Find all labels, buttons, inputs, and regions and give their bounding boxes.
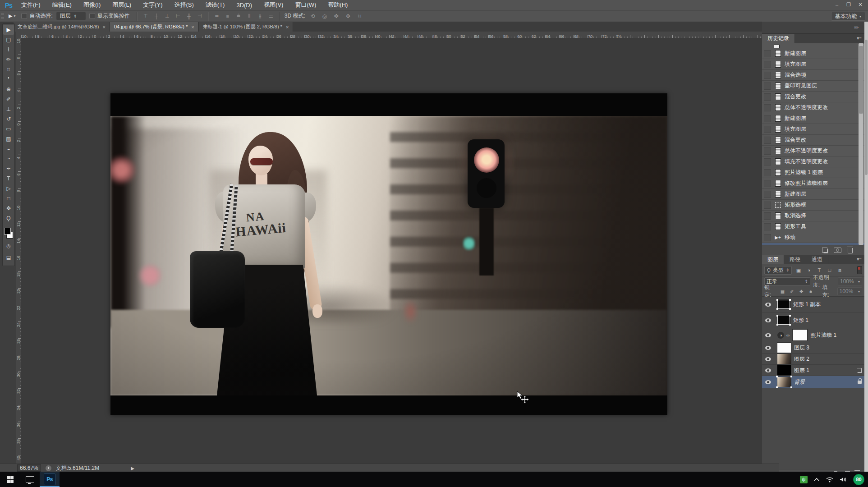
history-source-well[interactable] <box>764 245 771 245</box>
menu-item[interactable]: 选择(S) <box>168 0 199 10</box>
tab-channels[interactable]: 通道 <box>806 255 828 264</box>
align-left-edges-icon[interactable]: ⊢ <box>174 12 183 20</box>
menu-item[interactable]: 文件(F) <box>15 0 46 10</box>
minimize-button[interactable]: – <box>831 0 843 9</box>
menu-item[interactable]: 窗口(W) <box>289 0 322 10</box>
scrollbar-thumb[interactable] <box>865 40 868 175</box>
distribute-right-edges-icon[interactable]: ⚌ <box>266 12 276 20</box>
wifi-icon[interactable] <box>826 477 834 482</box>
layer-row[interactable]: ◑ ∞ 照片滤镜 1 <box>762 328 864 342</box>
3d-rotate-icon[interactable]: ⟲ <box>308 13 318 19</box>
menu-item[interactable]: 编辑(E) <box>46 0 78 10</box>
zoom-level-field[interactable]: 66.67% <box>17 464 41 472</box>
layer-name[interactable]: 图层 3 <box>794 344 809 352</box>
show-transform-checkbox[interactable]: 显示变换控件 <box>89 12 130 20</box>
layer-name[interactable]: 背景 <box>794 378 805 386</box>
layer-row[interactable]: ◑ ∞ 背景 <box>762 376 864 388</box>
history-source-well[interactable] <box>764 104 771 111</box>
history-scrollbar[interactable] <box>859 43 863 245</box>
3d-camera-icon[interactable]: ⌑ <box>355 13 365 19</box>
new-document-from-state-icon[interactable] <box>822 248 827 253</box>
menu-item[interactable]: 图像(I) <box>78 0 106 10</box>
3d-slide-icon[interactable]: ✥ <box>343 13 353 19</box>
layer-row[interactable]: ◑ ∞ 图层 2 <box>762 354 864 365</box>
tab-layers[interactable]: 图层 <box>762 255 784 264</box>
align-top-edges-icon[interactable]: ⊤ <box>141 12 150 20</box>
quick-mask-button[interactable]: ◎ <box>3 241 14 250</box>
history-source-well[interactable] <box>764 61 771 68</box>
menu-item[interactable]: 3D(D) <box>230 0 258 10</box>
layer-name[interactable]: 图层 2 <box>794 355 809 363</box>
layer-thumbnail[interactable] <box>777 377 791 387</box>
history-source-well[interactable] <box>764 202 771 209</box>
eyedropper-tool[interactable]: ❜ <box>3 74 14 84</box>
menu-item[interactable]: 滤镜(T) <box>200 0 231 10</box>
distribute-left-edges-icon[interactable]: ⫴ <box>245 12 254 20</box>
move-tool[interactable]: ▶ <box>3 25 14 35</box>
opacity-field[interactable]: 100% ▾ <box>838 277 862 285</box>
collapse-panels-icon[interactable]: »» <box>854 25 858 30</box>
rectangular-marquee-tool[interactable]: ▢ <box>3 35 14 45</box>
rectangle-tool[interactable]: □ <box>3 193 14 203</box>
layer-thumbnail[interactable] <box>777 316 790 325</box>
gradient-tool[interactable]: ▧ <box>3 134 14 144</box>
lock-position-icon[interactable]: ✥ <box>798 289 805 294</box>
history-source-well[interactable] <box>764 147 771 155</box>
layer-name[interactable]: 图层 1 <box>794 367 809 374</box>
history-source-well[interactable] <box>764 158 771 165</box>
filter-adjustment-layers-icon[interactable]: ◑ <box>805 267 813 273</box>
layer-name[interactable]: 矩形 1 <box>793 317 808 324</box>
history-item[interactable]: 矩形选框 <box>762 200 864 211</box>
path-selection-tool[interactable]: ▷ <box>3 184 14 193</box>
restore-button[interactable]: ❐ <box>843 0 854 9</box>
security-score-badge[interactable]: 80 <box>853 474 864 485</box>
show-hidden-icons-chevron[interactable] <box>813 478 820 482</box>
type-tool[interactable]: T <box>3 174 14 184</box>
filter-type-layers-icon[interactable]: T <box>815 267 823 273</box>
align-bottom-edges-icon[interactable]: ⊥ <box>163 12 172 20</box>
foreground-color-swatch[interactable] <box>4 228 11 234</box>
history-item[interactable]: ▶+ 移动 <box>762 232 864 243</box>
history-item[interactable]: 修改照片滤镜图层 <box>762 178 864 189</box>
history-item[interactable]: 轻移 <box>762 243 864 245</box>
align-vertical-centers-icon[interactable]: ╪ <box>152 12 161 20</box>
distribute-top-edges-icon[interactable]: ≖ <box>212 12 221 20</box>
dodge-tool[interactable]: ◔ <box>3 154 14 164</box>
fill-field[interactable]: 100% ▾ <box>837 287 863 295</box>
taskbar-photoshop-button[interactable]: Ps <box>40 472 60 487</box>
tab-history[interactable]: 历史记录 <box>762 34 795 43</box>
history-item[interactable]: 照片滤镜 1 图层 <box>762 167 864 178</box>
history-item[interactable]: 填充不透明度更改 <box>762 156 864 167</box>
eraser-tool[interactable]: ▭ <box>3 124 14 134</box>
usb-device-icon[interactable]: ψ <box>800 476 808 483</box>
3d-drag-icon[interactable]: ✜ <box>331 13 341 19</box>
layer-visibility-toggle[interactable] <box>762 328 774 342</box>
panel-menu-icon[interactable]: ▾≡ <box>857 257 862 262</box>
history-item[interactable]: 新建图层 <box>762 189 864 200</box>
workspace-switcher-button[interactable]: 基本功能 ▾ <box>831 12 865 21</box>
history-source-well[interactable] <box>764 93 771 101</box>
lasso-tool[interactable]: ⌇ <box>3 45 14 55</box>
volume-icon[interactable] <box>840 477 847 482</box>
layer-row[interactable]: ◑ ∞ 矩形 1 <box>762 312 864 328</box>
lock-image-pixels-icon[interactable]: ✐ <box>789 289 795 294</box>
hand-tool[interactable]: ✥ <box>3 203 14 213</box>
history-item[interactable]: 混合选项 <box>762 70 864 81</box>
distribute-vertical-centers-icon[interactable]: ≡ <box>223 12 232 20</box>
history-item[interactable]: 盖印可见图层 <box>762 81 864 92</box>
spot-healing-brush-tool[interactable]: ⊕ <box>3 84 14 94</box>
outer-scrollbar[interactable] <box>864 22 868 472</box>
history-source-well[interactable] <box>764 234 771 241</box>
blur-tool[interactable]: ◒ <box>3 144 14 154</box>
layer-name[interactable]: 矩形 1 副本 <box>793 301 821 308</box>
menu-item[interactable]: 文字(Y) <box>137 0 168 10</box>
layer-filter-dropdown[interactable]: Ϙ 类型 ⇕ <box>764 266 792 275</box>
new-snapshot-icon[interactable] <box>834 248 841 253</box>
doc-tab-1[interactable]: 文章底部二维码.jpg @ 146%(RGB/8) × <box>14 22 110 32</box>
history-source-well[interactable] <box>764 191 771 198</box>
history-source-well[interactable] <box>764 83 771 90</box>
layer-name[interactable]: 照片滤镜 1 <box>810 331 836 339</box>
filter-smart-objects-icon[interactable]: ⧈ <box>836 267 844 273</box>
quick-selection-tool[interactable]: ✏ <box>3 55 14 64</box>
history-source-well[interactable] <box>764 50 771 57</box>
